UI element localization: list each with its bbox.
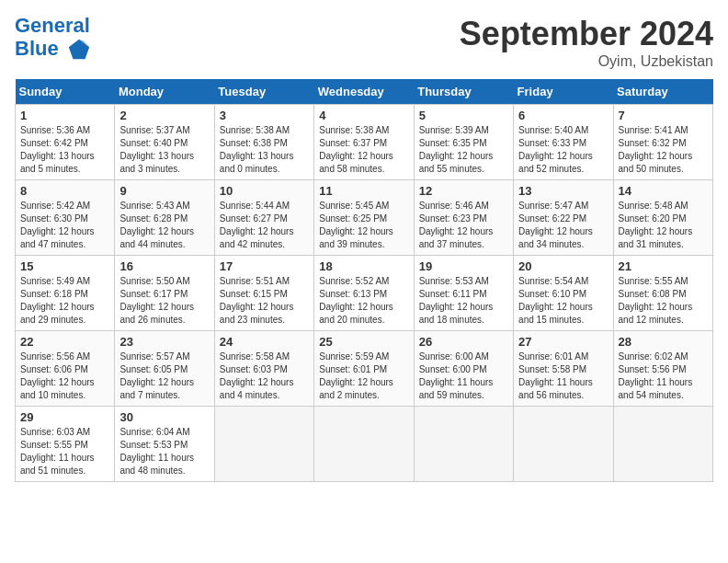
- day-info: Sunrise: 5:47 AM Sunset: 6:22 PM Dayligh…: [518, 200, 608, 251]
- day-number: 27: [518, 335, 608, 349]
- day-info: Sunrise: 5:42 AM Sunset: 6:30 PM Dayligh…: [20, 200, 109, 251]
- calendar-cell: 25Sunrise: 5:59 AM Sunset: 6:01 PM Dayli…: [314, 331, 414, 407]
- calendar-week-row: 15Sunrise: 5:49 AM Sunset: 6:18 PM Dayli…: [16, 256, 713, 331]
- day-number: 14: [619, 184, 708, 198]
- calendar-cell: 20Sunrise: 5:54 AM Sunset: 6:10 PM Dayli…: [514, 256, 613, 331]
- day-info: Sunrise: 5:56 AM Sunset: 6:06 PM Dayligh…: [20, 350, 109, 402]
- calendar-cell: [314, 407, 414, 482]
- day-info: Sunrise: 5:38 AM Sunset: 6:38 PM Dayligh…: [220, 124, 309, 176]
- day-number: 23: [119, 335, 209, 349]
- day-number: 10: [220, 184, 309, 198]
- calendar-cell: 18Sunrise: 5:52 AM Sunset: 6:13 PM Dayli…: [314, 256, 414, 331]
- calendar-cell: [414, 407, 513, 482]
- day-info: Sunrise: 5:49 AM Sunset: 6:18 PM Dayligh…: [20, 275, 109, 327]
- day-number: 1: [20, 109, 109, 122]
- day-info: Sunrise: 5:45 AM Sunset: 6:25 PM Dayligh…: [319, 200, 408, 251]
- day-number: 7: [619, 109, 708, 122]
- day-info: Sunrise: 5:40 AM Sunset: 6:33 PM Dayligh…: [518, 124, 608, 176]
- day-number: 25: [319, 335, 408, 349]
- day-info: Sunrise: 5:48 AM Sunset: 6:20 PM Dayligh…: [619, 200, 708, 251]
- day-number: 24: [220, 335, 309, 349]
- day-info: Sunrise: 5:52 AM Sunset: 6:13 PM Dayligh…: [319, 275, 408, 327]
- day-number: 12: [419, 184, 508, 198]
- day-number: 11: [319, 184, 408, 198]
- day-number: 4: [319, 109, 408, 122]
- col-monday: Monday: [115, 79, 214, 105]
- calendar-cell: 9Sunrise: 5:43 AM Sunset: 6:28 PM Daylig…: [115, 180, 214, 256]
- day-info: Sunrise: 5:53 AM Sunset: 6:11 PM Dayligh…: [419, 275, 508, 327]
- day-number: 3: [220, 109, 309, 122]
- calendar-week-row: 1Sunrise: 5:36 AM Sunset: 6:42 PM Daylig…: [16, 105, 713, 180]
- month-title: September 2024: [460, 15, 713, 53]
- day-info: Sunrise: 5:44 AM Sunset: 6:27 PM Dayligh…: [220, 200, 309, 251]
- day-info: Sunrise: 5:41 AM Sunset: 6:32 PM Dayligh…: [619, 124, 708, 176]
- day-info: Sunrise: 6:00 AM Sunset: 6:00 PM Dayligh…: [419, 350, 508, 402]
- calendar-header-row: Sunday Monday Tuesday Wednesday Thursday…: [16, 79, 713, 105]
- calendar-cell: 27Sunrise: 6:01 AM Sunset: 5:58 PM Dayli…: [514, 331, 613, 407]
- location: Oyim, Uzbekistan: [460, 53, 713, 70]
- day-info: Sunrise: 5:59 AM Sunset: 6:01 PM Dayligh…: [319, 350, 408, 402]
- day-info: Sunrise: 6:01 AM Sunset: 5:58 PM Dayligh…: [518, 350, 608, 402]
- calendar-cell: 23Sunrise: 5:57 AM Sunset: 6:05 PM Dayli…: [115, 331, 214, 407]
- calendar-cell: 19Sunrise: 5:53 AM Sunset: 6:11 PM Dayli…: [414, 256, 513, 331]
- col-friday: Friday: [514, 79, 613, 105]
- calendar-week-row: 8Sunrise: 5:42 AM Sunset: 6:30 PM Daylig…: [16, 180, 713, 256]
- day-number: 8: [20, 184, 109, 198]
- calendar-cell: 5Sunrise: 5:39 AM Sunset: 6:35 PM Daylig…: [414, 105, 513, 180]
- calendar-cell: [613, 407, 712, 482]
- day-number: 17: [220, 259, 309, 273]
- calendar-week-row: 22Sunrise: 5:56 AM Sunset: 6:06 PM Dayli…: [16, 331, 713, 407]
- col-tuesday: Tuesday: [214, 79, 313, 105]
- calendar-cell: 6Sunrise: 5:40 AM Sunset: 6:33 PM Daylig…: [514, 105, 613, 180]
- day-number: 18: [319, 259, 408, 273]
- col-sunday: Sunday: [16, 79, 115, 105]
- day-number: 6: [518, 109, 608, 122]
- calendar-cell: 3Sunrise: 5:38 AM Sunset: 6:38 PM Daylig…: [214, 105, 313, 180]
- calendar-cell: 22Sunrise: 5:56 AM Sunset: 6:06 PM Dayli…: [16, 331, 115, 407]
- svg-marker-0: [69, 40, 89, 59]
- logo-text2: Blue: [15, 37, 92, 63]
- day-number: 26: [419, 335, 508, 349]
- day-info: Sunrise: 5:36 AM Sunset: 6:42 PM Dayligh…: [20, 124, 109, 176]
- day-info: Sunrise: 5:37 AM Sunset: 6:40 PM Dayligh…: [119, 124, 209, 176]
- calendar-table: Sunday Monday Tuesday Wednesday Thursday…: [15, 79, 713, 482]
- calendar-cell: 12Sunrise: 5:46 AM Sunset: 6:23 PM Dayli…: [414, 180, 513, 256]
- day-number: 5: [419, 109, 508, 122]
- col-thursday: Thursday: [414, 79, 513, 105]
- calendar-cell: 14Sunrise: 5:48 AM Sunset: 6:20 PM Dayli…: [613, 180, 712, 256]
- calendar-cell: 16Sunrise: 5:50 AM Sunset: 6:17 PM Dayli…: [115, 256, 214, 331]
- logo-text: General: [15, 15, 92, 37]
- day-number: 29: [20, 410, 109, 424]
- calendar-cell: 17Sunrise: 5:51 AM Sunset: 6:15 PM Dayli…: [214, 256, 313, 331]
- day-info: Sunrise: 5:58 AM Sunset: 6:03 PM Dayligh…: [220, 350, 309, 402]
- day-number: 13: [518, 184, 608, 198]
- day-info: Sunrise: 5:43 AM Sunset: 6:28 PM Dayligh…: [119, 200, 209, 251]
- day-info: Sunrise: 5:46 AM Sunset: 6:23 PM Dayligh…: [419, 200, 508, 251]
- calendar-week-row: 29Sunrise: 6:03 AM Sunset: 5:55 PM Dayli…: [16, 407, 713, 482]
- col-saturday: Saturday: [613, 79, 712, 105]
- calendar-cell: 28Sunrise: 6:02 AM Sunset: 5:56 PM Dayli…: [613, 331, 712, 407]
- calendar-cell: 10Sunrise: 5:44 AM Sunset: 6:27 PM Dayli…: [214, 180, 313, 256]
- day-info: Sunrise: 6:02 AM Sunset: 5:56 PM Dayligh…: [619, 350, 708, 402]
- col-wednesday: Wednesday: [314, 79, 414, 105]
- day-info: Sunrise: 6:03 AM Sunset: 5:55 PM Dayligh…: [20, 426, 109, 477]
- calendar-cell: 26Sunrise: 6:00 AM Sunset: 6:00 PM Dayli…: [414, 331, 513, 407]
- calendar-cell: 4Sunrise: 5:38 AM Sunset: 6:37 PM Daylig…: [314, 105, 414, 180]
- calendar-cell: 2Sunrise: 5:37 AM Sunset: 6:40 PM Daylig…: [115, 105, 214, 180]
- day-number: 15: [20, 259, 109, 273]
- calendar-cell: [514, 407, 613, 482]
- day-number: 22: [20, 335, 109, 349]
- calendar-cell: 13Sunrise: 5:47 AM Sunset: 6:22 PM Dayli…: [514, 180, 613, 256]
- day-number: 20: [518, 259, 608, 273]
- calendar-cell: 7Sunrise: 5:41 AM Sunset: 6:32 PM Daylig…: [613, 105, 712, 180]
- day-number: 16: [119, 259, 209, 273]
- calendar-cell: 29Sunrise: 6:03 AM Sunset: 5:55 PM Dayli…: [16, 407, 115, 482]
- logo: General Blue: [15, 15, 92, 63]
- day-number: 19: [419, 259, 508, 273]
- day-info: Sunrise: 5:54 AM Sunset: 6:10 PM Dayligh…: [518, 275, 608, 327]
- calendar-cell: 30Sunrise: 6:04 AM Sunset: 5:53 PM Dayli…: [115, 407, 214, 482]
- day-info: Sunrise: 5:55 AM Sunset: 6:08 PM Dayligh…: [619, 275, 708, 327]
- day-info: Sunrise: 5:51 AM Sunset: 6:15 PM Dayligh…: [220, 275, 309, 327]
- day-number: 30: [119, 410, 209, 424]
- day-info: Sunrise: 6:04 AM Sunset: 5:53 PM Dayligh…: [119, 426, 209, 477]
